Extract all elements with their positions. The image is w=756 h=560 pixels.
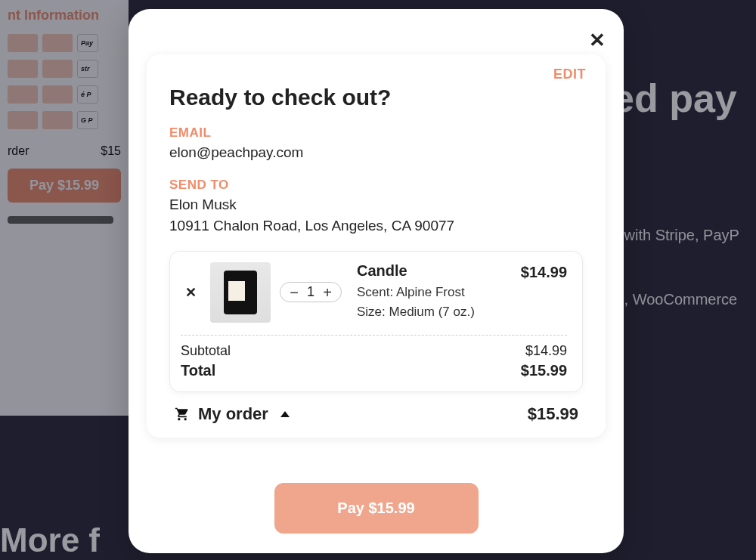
subtotal-row: Subtotal $14.99 <box>181 342 567 360</box>
qty-value: 1 <box>306 284 315 300</box>
qty-minus-button[interactable]: − <box>287 285 302 300</box>
email-label: EMAIL <box>169 125 583 141</box>
item-name: Candle <box>357 262 512 280</box>
checkout-card: EDIT Ready to check out? EMAIL elon@peac… <box>147 54 606 438</box>
sendto-address: 10911 Chalon Road, Los Angeles, CA 90077 <box>169 215 583 237</box>
close-icon[interactable]: ✕ <box>589 30 606 50</box>
qty-plus-button[interactable]: + <box>320 285 335 300</box>
item-price: $14.99 <box>521 264 567 281</box>
order-toggle[interactable]: My order $15.99 <box>169 392 583 429</box>
total-value: $15.99 <box>521 362 567 379</box>
item-scent: Scent: Alpine Frost <box>357 283 512 302</box>
subtotal-label: Subtotal <box>181 343 231 359</box>
order-toggle-total: $15.99 <box>528 404 578 424</box>
line-item: ✕ − 1 + Candle Scent: Alpine Frost Size:… <box>181 262 567 332</box>
item-meta: Candle Scent: Alpine Frost Size: Medium … <box>351 262 512 323</box>
checkout-modal: ✕ EDIT Ready to check out? EMAIL elon@pe… <box>129 9 624 553</box>
quantity-stepper: − 1 + <box>280 282 342 302</box>
sendto-value: Elon Musk 10911 Chalon Road, Los Angeles… <box>169 194 583 237</box>
email-value: elon@peachpay.com <box>169 142 583 164</box>
item-size: Size: Medium (7 oz.) <box>357 302 512 322</box>
order-toggle-label: My order <box>198 404 268 424</box>
sendto-label: SEND TO <box>169 178 583 193</box>
sendto-name: Elon Musk <box>169 194 583 216</box>
total-label: Total <box>181 362 215 379</box>
checkout-title: Ready to check out? <box>169 85 583 110</box>
cart-icon <box>174 407 191 422</box>
remove-item-icon[interactable]: ✕ <box>181 280 201 305</box>
subtotal-value: $14.99 <box>525 343 567 359</box>
chevron-up-icon <box>280 411 290 417</box>
divider <box>181 335 567 336</box>
item-thumbnail <box>210 262 271 323</box>
edit-button[interactable]: EDIT <box>553 67 586 82</box>
total-row: Total $15.99 <box>181 360 567 381</box>
order-card: ✕ − 1 + Candle Scent: Alpine Frost Size:… <box>169 251 583 392</box>
pay-button[interactable]: Pay $15.99 <box>274 483 479 534</box>
